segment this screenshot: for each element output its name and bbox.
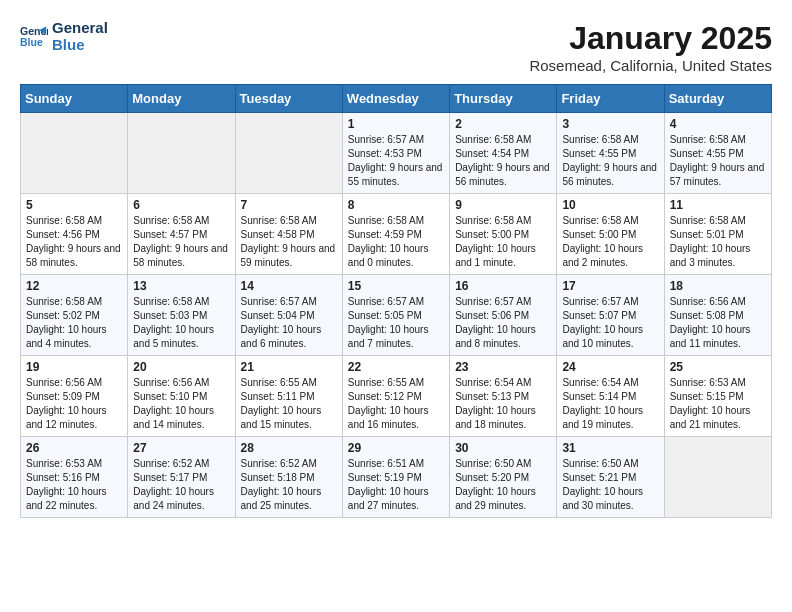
calendar-cell: 15Sunrise: 6:57 AMSunset: 5:05 PMDayligh…: [342, 275, 449, 356]
day-info: Sunrise: 6:53 AMSunset: 5:15 PMDaylight:…: [670, 376, 766, 432]
day-info: Sunrise: 6:58 AMSunset: 4:56 PMDaylight:…: [26, 214, 122, 270]
day-info: Sunrise: 6:52 AMSunset: 5:18 PMDaylight:…: [241, 457, 337, 513]
calendar-cell: [21, 113, 128, 194]
day-number: 1: [348, 117, 444, 131]
day-number: 27: [133, 441, 229, 455]
weekday-header-thursday: Thursday: [450, 85, 557, 113]
day-number: 17: [562, 279, 658, 293]
day-info: Sunrise: 6:58 AMSunset: 4:57 PMDaylight:…: [133, 214, 229, 270]
calendar-cell: 29Sunrise: 6:51 AMSunset: 5:19 PMDayligh…: [342, 437, 449, 518]
calendar-cell: 18Sunrise: 6:56 AMSunset: 5:08 PMDayligh…: [664, 275, 771, 356]
calendar-cell: 31Sunrise: 6:50 AMSunset: 5:21 PMDayligh…: [557, 437, 664, 518]
day-number: 3: [562, 117, 658, 131]
day-info: Sunrise: 6:58 AMSunset: 5:02 PMDaylight:…: [26, 295, 122, 351]
calendar-week-row: 1Sunrise: 6:57 AMSunset: 4:53 PMDaylight…: [21, 113, 772, 194]
day-info: Sunrise: 6:57 AMSunset: 5:05 PMDaylight:…: [348, 295, 444, 351]
weekday-header-monday: Monday: [128, 85, 235, 113]
day-info: Sunrise: 6:57 AMSunset: 5:07 PMDaylight:…: [562, 295, 658, 351]
weekday-header-tuesday: Tuesday: [235, 85, 342, 113]
weekday-header-friday: Friday: [557, 85, 664, 113]
calendar-cell: [235, 113, 342, 194]
calendar-cell: 7Sunrise: 6:58 AMSunset: 4:58 PMDaylight…: [235, 194, 342, 275]
day-info: Sunrise: 6:51 AMSunset: 5:19 PMDaylight:…: [348, 457, 444, 513]
calendar-cell: [664, 437, 771, 518]
day-info: Sunrise: 6:58 AMSunset: 4:55 PMDaylight:…: [670, 133, 766, 189]
day-number: 11: [670, 198, 766, 212]
calendar-cell: 8Sunrise: 6:58 AMSunset: 4:59 PMDaylight…: [342, 194, 449, 275]
day-info: Sunrise: 6:56 AMSunset: 5:10 PMDaylight:…: [133, 376, 229, 432]
day-info: Sunrise: 6:50 AMSunset: 5:21 PMDaylight:…: [562, 457, 658, 513]
calendar-cell: 28Sunrise: 6:52 AMSunset: 5:18 PMDayligh…: [235, 437, 342, 518]
calendar-cell: 26Sunrise: 6:53 AMSunset: 5:16 PMDayligh…: [21, 437, 128, 518]
day-number: 19: [26, 360, 122, 374]
calendar-week-row: 12Sunrise: 6:58 AMSunset: 5:02 PMDayligh…: [21, 275, 772, 356]
weekday-header-wednesday: Wednesday: [342, 85, 449, 113]
calendar-week-row: 5Sunrise: 6:58 AMSunset: 4:56 PMDaylight…: [21, 194, 772, 275]
day-info: Sunrise: 6:58 AMSunset: 5:00 PMDaylight:…: [455, 214, 551, 270]
calendar-cell: 23Sunrise: 6:54 AMSunset: 5:13 PMDayligh…: [450, 356, 557, 437]
day-info: Sunrise: 6:58 AMSunset: 4:58 PMDaylight:…: [241, 214, 337, 270]
day-number: 2: [455, 117, 551, 131]
day-info: Sunrise: 6:57 AMSunset: 5:06 PMDaylight:…: [455, 295, 551, 351]
day-number: 29: [348, 441, 444, 455]
logo: General Blue General Blue: [20, 20, 108, 53]
day-info: Sunrise: 6:53 AMSunset: 5:16 PMDaylight:…: [26, 457, 122, 513]
day-number: 21: [241, 360, 337, 374]
calendar-cell: 5Sunrise: 6:58 AMSunset: 4:56 PMDaylight…: [21, 194, 128, 275]
day-number: 20: [133, 360, 229, 374]
svg-text:Blue: Blue: [20, 35, 43, 47]
day-number: 26: [26, 441, 122, 455]
calendar-week-row: 26Sunrise: 6:53 AMSunset: 5:16 PMDayligh…: [21, 437, 772, 518]
day-number: 8: [348, 198, 444, 212]
day-info: Sunrise: 6:52 AMSunset: 5:17 PMDaylight:…: [133, 457, 229, 513]
day-number: 9: [455, 198, 551, 212]
calendar-cell: 19Sunrise: 6:56 AMSunset: 5:09 PMDayligh…: [21, 356, 128, 437]
calendar-cell: [128, 113, 235, 194]
day-number: 28: [241, 441, 337, 455]
day-info: Sunrise: 6:58 AMSunset: 5:03 PMDaylight:…: [133, 295, 229, 351]
day-info: Sunrise: 6:56 AMSunset: 5:09 PMDaylight:…: [26, 376, 122, 432]
calendar-cell: 20Sunrise: 6:56 AMSunset: 5:10 PMDayligh…: [128, 356, 235, 437]
calendar-cell: 30Sunrise: 6:50 AMSunset: 5:20 PMDayligh…: [450, 437, 557, 518]
day-info: Sunrise: 6:56 AMSunset: 5:08 PMDaylight:…: [670, 295, 766, 351]
day-number: 14: [241, 279, 337, 293]
day-number: 24: [562, 360, 658, 374]
day-number: 18: [670, 279, 766, 293]
day-number: 16: [455, 279, 551, 293]
day-info: Sunrise: 6:58 AMSunset: 5:00 PMDaylight:…: [562, 214, 658, 270]
day-number: 30: [455, 441, 551, 455]
calendar-cell: 13Sunrise: 6:58 AMSunset: 5:03 PMDayligh…: [128, 275, 235, 356]
page-header: General Blue General Blue January 2025 R…: [20, 20, 772, 74]
title-section: January 2025 Rosemead, California, Unite…: [529, 20, 772, 74]
day-number: 5: [26, 198, 122, 212]
day-number: 31: [562, 441, 658, 455]
day-number: 10: [562, 198, 658, 212]
calendar-body: 1Sunrise: 6:57 AMSunset: 4:53 PMDaylight…: [21, 113, 772, 518]
calendar-cell: 17Sunrise: 6:57 AMSunset: 5:07 PMDayligh…: [557, 275, 664, 356]
calendar-cell: 21Sunrise: 6:55 AMSunset: 5:11 PMDayligh…: [235, 356, 342, 437]
calendar-cell: 4Sunrise: 6:58 AMSunset: 4:55 PMDaylight…: [664, 113, 771, 194]
day-info: Sunrise: 6:57 AMSunset: 5:04 PMDaylight:…: [241, 295, 337, 351]
calendar-cell: 2Sunrise: 6:58 AMSunset: 4:54 PMDaylight…: [450, 113, 557, 194]
calendar-cell: 14Sunrise: 6:57 AMSunset: 5:04 PMDayligh…: [235, 275, 342, 356]
weekday-header-sunday: Sunday: [21, 85, 128, 113]
day-info: Sunrise: 6:58 AMSunset: 5:01 PMDaylight:…: [670, 214, 766, 270]
day-info: Sunrise: 6:57 AMSunset: 4:53 PMDaylight:…: [348, 133, 444, 189]
weekday-row: SundayMondayTuesdayWednesdayThursdayFrid…: [21, 85, 772, 113]
logo-general: General: [52, 20, 108, 37]
day-info: Sunrise: 6:54 AMSunset: 5:14 PMDaylight:…: [562, 376, 658, 432]
calendar-subtitle: Rosemead, California, United States: [529, 57, 772, 74]
calendar-header: SundayMondayTuesdayWednesdayThursdayFrid…: [21, 85, 772, 113]
day-number: 23: [455, 360, 551, 374]
calendar-cell: 10Sunrise: 6:58 AMSunset: 5:00 PMDayligh…: [557, 194, 664, 275]
calendar-cell: 1Sunrise: 6:57 AMSunset: 4:53 PMDaylight…: [342, 113, 449, 194]
calendar-cell: 25Sunrise: 6:53 AMSunset: 5:15 PMDayligh…: [664, 356, 771, 437]
logo-icon: General Blue: [20, 23, 48, 51]
calendar-cell: 16Sunrise: 6:57 AMSunset: 5:06 PMDayligh…: [450, 275, 557, 356]
calendar-cell: 3Sunrise: 6:58 AMSunset: 4:55 PMDaylight…: [557, 113, 664, 194]
day-number: 12: [26, 279, 122, 293]
day-number: 13: [133, 279, 229, 293]
logo-blue: Blue: [52, 37, 108, 54]
weekday-header-saturday: Saturday: [664, 85, 771, 113]
day-info: Sunrise: 6:50 AMSunset: 5:20 PMDaylight:…: [455, 457, 551, 513]
